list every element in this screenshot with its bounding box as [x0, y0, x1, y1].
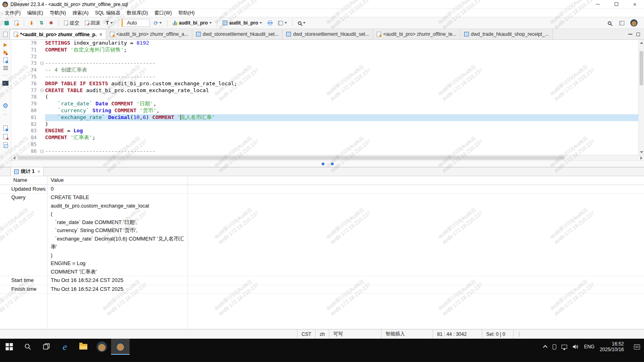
connection-selector[interactable]: audit_bi_pro [171, 19, 214, 27]
shell-icon[interactable]: >_ [2, 81, 8, 86]
tab-close-icon[interactable]: × [99, 32, 102, 37]
status-item-2[interactable]: zh [315, 329, 329, 339]
code-line-76[interactable]: 76DROP TABLE IF EXISTS audit_bi_pro.cust… [11, 80, 638, 87]
explain-plan-icon[interactable] [3, 58, 8, 63]
tray-volume-icon[interactable] [572, 344, 579, 350]
globe-button[interactable] [266, 20, 275, 26]
menu-item-6[interactable]: 数据库(D) [124, 9, 151, 17]
settings-gear-icon[interactable]: ⚙ [2, 103, 8, 109]
fold-collapse-icon[interactable]: - [40, 88, 44, 92]
menu-item-7[interactable]: 窗口(W) [151, 9, 175, 17]
execute-script-icon[interactable] [4, 50, 7, 54]
vertical-scroll-thumb[interactable] [640, 51, 643, 85]
outline-icon[interactable] [3, 66, 8, 70]
start-button[interactable] [0, 339, 19, 355]
tab-statistics[interactable]: 统计 1 × [10, 167, 44, 176]
minimize-button[interactable] [588, 0, 607, 8]
minimize-panel-icon[interactable] [628, 34, 632, 35]
code-line-77[interactable]: 77-CREATE TABLE audit_bi_pro.custom_exch… [11, 87, 638, 94]
horizontal-scroll-thumb[interactable] [18, 156, 565, 160]
code-line-71[interactable]: 71COMMENT '自定义海外门店销售'; [11, 47, 638, 53]
sync-button[interactable]: ⇅ [37, 20, 45, 26]
maximize-button[interactable] [607, 0, 625, 8]
stats-row-3[interactable]: Start timeThu Oct 16 16:52:24 CST 2025 [0, 276, 644, 285]
sash-dot-icon[interactable] [331, 162, 334, 165]
horizontal-scroll-track[interactable] [17, 155, 638, 160]
code-line-72[interactable]: 72 [11, 53, 638, 60]
taskbar-search-button[interactable] [19, 339, 37, 355]
code-line-84[interactable]: 84COMMENT '汇率表'; [11, 134, 638, 141]
menu-item-4[interactable]: 搜索(A) [69, 9, 92, 17]
code-line-73[interactable]: 73------------------------------------ [11, 60, 638, 67]
quick-search-button[interactable] [296, 21, 308, 26]
perspective-button[interactable] [617, 20, 626, 26]
search-button[interactable] [606, 21, 613, 26]
transaction-font-button[interactable]: T [104, 19, 115, 27]
code-line-86[interactable]: 86------------------------------------ [11, 148, 638, 155]
auto-commit-select[interactable]: Auto [122, 19, 150, 27]
restore-panel-icon[interactable] [636, 33, 640, 36]
close-button[interactable]: × [625, 0, 644, 8]
code-line-79[interactable]: 79 `rate_date` Date COMMENT '日期', [11, 101, 638, 107]
scroll-up-icon[interactable] [639, 40, 644, 45]
code-line-80[interactable]: 80 `currency` String COMMENT '货币', [11, 107, 638, 114]
scroll-right-icon[interactable] [638, 156, 644, 160]
rollback-button[interactable]: 回滚 [83, 19, 102, 27]
status-item-5[interactable]: 81 : 44 : 3042 [433, 329, 482, 339]
result-grid-icon[interactable] [3, 142, 8, 148]
editor-tab-6[interactable]: dwd_trade_hkaudit_shop_receipt_... [460, 29, 553, 39]
task-view-button[interactable] [37, 339, 56, 355]
panel-sash[interactable] [11, 160, 644, 167]
action-center-icon[interactable] [634, 344, 640, 350]
output-file-icon[interactable] [3, 125, 8, 131]
menu-item-5[interactable]: SQL 编辑器 [92, 9, 124, 17]
menu-item-8[interactable]: 帮助(H) [175, 9, 198, 17]
new-connection-button[interactable] [2, 20, 11, 26]
rail-more-icon[interactable]: ⋯ [3, 112, 8, 117]
status-item-6[interactable]: Sel: 0 | 0 [482, 329, 513, 339]
layout-button[interactable] [276, 20, 289, 26]
dbeaver-taskbar-button-1[interactable] [93, 339, 111, 355]
tray-expand-icon[interactable] [543, 345, 547, 350]
column-header-name[interactable]: Name [0, 176, 47, 185]
editor-tab-1[interactable]: *<audit_bi_pro> zhumr_offline_p...× [10, 29, 106, 39]
refresh-button[interactable]: ⟳ [151, 20, 164, 27]
column-divider[interactable] [47, 176, 47, 329]
stats-row-4[interactable]: Finish timeThu Oct 16 16:52:24 CST 2025 [0, 285, 644, 294]
log-file-icon[interactable] [3, 134, 8, 139]
code-line-75[interactable]: 75----------------------------------- [11, 74, 638, 80]
editor-tab-2[interactable]: <audit_bi_pro> zhumr_offline_a... [106, 29, 192, 39]
dbeaver-taskbar-button-2[interactable] [111, 339, 130, 355]
menu-item-1[interactable]: 文件(F) [2, 9, 24, 17]
vertical-scrollbar[interactable] [638, 40, 644, 155]
fetch-data-button[interactable]: ⬇ [27, 20, 36, 27]
column-divider[interactable] [188, 176, 188, 329]
execute-statement-icon[interactable] [4, 43, 7, 47]
taskbar-clock[interactable]: 16:52 2025/10/16 [600, 341, 624, 352]
code-line-74[interactable]: 74-- 4 创建汇率表 [11, 67, 638, 74]
status-more-icon[interactable]: ⋮ [513, 329, 525, 339]
editor-tab-3[interactable]: dwd_storesettlement_hkaudit_set... [192, 29, 283, 39]
language-indicator[interactable]: ENG [584, 344, 594, 350]
sash-dot-icon[interactable] [322, 162, 324, 165]
menu-item-2[interactable]: 编辑(E) [24, 9, 46, 17]
code-line-83[interactable]: 83ENGINE = Log [11, 128, 638, 134]
tab-close-icon[interactable]: × [37, 169, 40, 175]
menu-item-3[interactable]: 导航(N) [46, 9, 69, 17]
file-explorer-button[interactable] [74, 339, 93, 355]
cancel-button[interactable]: ✱ [47, 20, 55, 26]
tray-network-icon[interactable] [561, 345, 567, 349]
stats-row-2[interactable]: QueryCREATE TABLE audit_bi_pro.custom_ex… [0, 193, 644, 276]
vertical-scroll-track[interactable] [639, 45, 644, 149]
horizontal-scrollbar[interactable] [11, 155, 644, 160]
editor-tab-5[interactable]: <audit_bi_pro> zhumr_offline_te... [373, 29, 460, 39]
stats-row-1[interactable]: Updated Rows0 [0, 185, 644, 194]
code-line-70[interactable]: 70SETTINGS index_granularity = 8192 [11, 40, 638, 47]
file-list-button[interactable] [1, 29, 10, 39]
schema-selector[interactable]: audit_bi_pro [221, 19, 264, 27]
commit-button[interactable]: 提交 [62, 19, 81, 27]
tray-device-icon[interactable] [553, 344, 556, 350]
status-item-4[interactable]: 智能插入 [381, 329, 433, 339]
code-line-78[interactable]: 78( [11, 94, 638, 101]
scroll-down-icon[interactable] [639, 149, 644, 155]
